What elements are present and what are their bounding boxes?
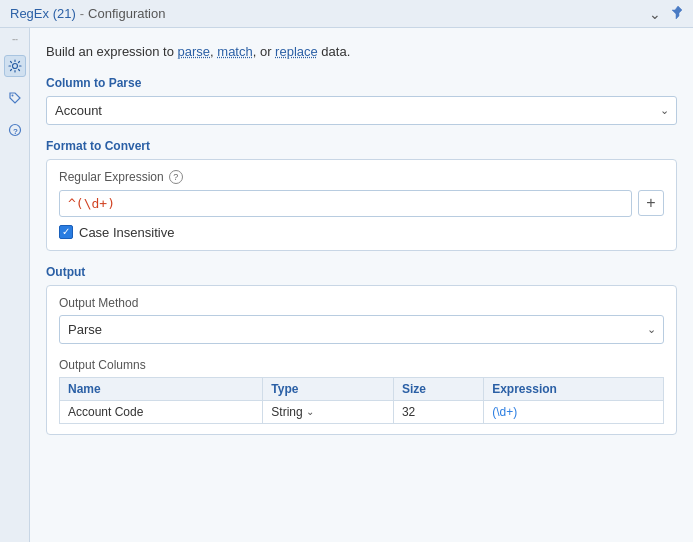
row-name: Account Code [60, 400, 263, 423]
sidebar-item-tag[interactable] [4, 87, 26, 109]
table-row: Account Code String ⌄ 32 (\d+) [60, 400, 664, 423]
dots-icon: ··· [12, 34, 17, 45]
add-expression-button[interactable]: + [638, 190, 664, 216]
chevron-down-icon[interactable]: ⌄ [649, 6, 661, 22]
col-header-name: Name [60, 377, 263, 400]
case-insensitive-row: ✓ Case Insensitive [59, 225, 664, 240]
svg-point-0 [12, 64, 17, 69]
output-method-label: Output Method [59, 296, 664, 310]
sidebar: ··· ? [0, 28, 30, 542]
output-box: Output Method Parse ⌄ Output Columns Nam… [46, 285, 677, 435]
row-expression: (\d+) [484, 400, 664, 423]
svg-point-1 [11, 95, 13, 97]
title-config: Configuration [88, 6, 165, 21]
format-to-convert-label: Format to Convert [46, 139, 677, 153]
output-method-dropdown-container: Parse ⌄ [59, 315, 664, 344]
title-bar-left: RegEx (21) - Configuration [10, 6, 165, 21]
regex-label: Regular Expression [59, 170, 164, 184]
regex-label-row: Regular Expression ? [59, 170, 664, 184]
main-layout: ··· ? Build an expression to parse, matc… [0, 28, 693, 542]
description: Build an expression to parse, match, or … [46, 42, 677, 62]
row-size: 32 [393, 400, 483, 423]
column-to-parse-label: Column to Parse [46, 76, 677, 90]
regex-input[interactable] [59, 190, 632, 217]
table-body: Account Code String ⌄ 32 (\d+) [60, 400, 664, 423]
type-chevron-icon[interactable]: ⌄ [306, 406, 314, 417]
help-icon[interactable]: ? [169, 170, 183, 184]
pin-icon[interactable] [669, 5, 683, 22]
column-to-parse-dropdown[interactable]: Account [46, 96, 677, 125]
output-method-dropdown[interactable]: Parse [59, 315, 664, 344]
title-bar: RegEx (21) - Configuration ⌄ [0, 0, 693, 28]
row-type: String ⌄ [263, 400, 394, 423]
col-header-size: Size [393, 377, 483, 400]
output-columns-label: Output Columns [59, 358, 664, 372]
column-to-parse-dropdown-container: Account ⌄ [46, 96, 677, 125]
content-area: Build an expression to parse, match, or … [30, 28, 693, 542]
output-columns-table: Name Type Size Expression Account Code S… [59, 377, 664, 424]
type-dropdown: String ⌄ [271, 405, 385, 419]
col-header-type: Type [263, 377, 394, 400]
output-label: Output [46, 265, 677, 279]
sidebar-item-help[interactable]: ? [4, 119, 26, 141]
format-to-convert-box: Regular Expression ? + ✓ Case Insensitiv… [46, 159, 677, 251]
title-text: RegEx (21) [10, 6, 76, 21]
svg-text:?: ? [13, 127, 18, 136]
title-bar-right: ⌄ [649, 5, 683, 22]
output-section: Output Output Method Parse ⌄ Output Colu… [46, 265, 677, 435]
checkmark-icon: ✓ [62, 227, 70, 237]
case-insensitive-label: Case Insensitive [79, 225, 174, 240]
col-header-expression: Expression [484, 377, 664, 400]
case-insensitive-checkbox[interactable]: ✓ [59, 225, 73, 239]
table-header: Name Type Size Expression [60, 377, 664, 400]
sidebar-item-settings[interactable] [4, 55, 26, 77]
desc-replace: replace [275, 44, 318, 59]
regex-input-row: + [59, 190, 664, 217]
desc-match: match [217, 44, 252, 59]
title-separator: - [80, 6, 84, 21]
desc-parse: parse [178, 44, 211, 59]
